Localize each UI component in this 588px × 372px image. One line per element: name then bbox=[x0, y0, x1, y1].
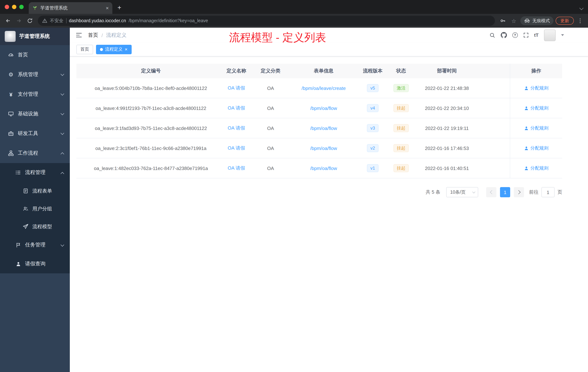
table-row: oa_leave:3:1fad3d93-7b75-11ec-a3c8-acde4… bbox=[76, 118, 562, 138]
pagination: 共 5 条 10条/页 1 前往 页 bbox=[76, 187, 562, 197]
active-dot-icon bbox=[100, 48, 103, 51]
browser-toolbar: 不安全 dashboard.yudao.iocoder.cn /bpm/mana… bbox=[0, 14, 588, 28]
close-window-button[interactable] bbox=[5, 5, 9, 9]
deploy-time: 2022-01-16 17:46:53 bbox=[410, 138, 484, 158]
paper-plane-icon bbox=[22, 224, 28, 230]
definition-name-link[interactable]: OA 请假 bbox=[228, 125, 245, 131]
sidebar-submenu-workflow: 流程管理 流程表单 用户分组 bbox=[0, 163, 70, 273]
font-size-icon[interactable]: tT bbox=[534, 33, 538, 38]
form-link[interactable]: /bpm/oa/flow bbox=[310, 105, 337, 111]
form-link[interactable]: /bpm/oa/flow bbox=[310, 145, 337, 151]
form-link[interactable]: /bpm/oa/flow bbox=[310, 165, 337, 171]
sidebar-item-infra[interactable]: 基础设施 bbox=[0, 104, 70, 124]
breadcrumb: 首页 / 流程定义 bbox=[88, 32, 126, 38]
forward-button[interactable] bbox=[15, 16, 23, 25]
security-warning-label: 不安全 bbox=[50, 18, 63, 24]
address-bar[interactable]: 不安全 dashboard.yudao.iocoder.cn /bpm/mana… bbox=[38, 16, 495, 26]
sidebar-logo-row[interactable]: 芋道管理系统 bbox=[0, 28, 70, 45]
tab-close-icon[interactable]: × bbox=[106, 5, 109, 11]
sidebar-item-label: 流程表单 bbox=[32, 188, 52, 194]
breadcrumb-home[interactable]: 首页 bbox=[88, 32, 98, 38]
assign-rule-link[interactable]: 分配规则 bbox=[524, 105, 548, 111]
sidebar-item-system[interactable]: ⚙ 系统管理 bbox=[0, 65, 70, 85]
main-area: 首页 / 流程定义 ? tT bbox=[70, 28, 588, 372]
filler-cell bbox=[484, 98, 510, 118]
assign-rule-label: 分配规则 bbox=[530, 145, 548, 151]
chevron-up-icon bbox=[61, 152, 64, 156]
definition-category: OA bbox=[247, 158, 294, 178]
sidebar-item-label: 流程管理 bbox=[25, 169, 45, 176]
assign-rule-link[interactable]: 分配规则 bbox=[524, 145, 548, 151]
key-icon[interactable] bbox=[499, 16, 507, 25]
search-icon[interactable] bbox=[489, 32, 495, 38]
url-host: dashboard.yudao.iocoder.cn bbox=[69, 18, 126, 23]
col-definition-id: 定义编号 bbox=[76, 64, 225, 78]
assign-rule-link[interactable]: 分配规则 bbox=[524, 85, 548, 91]
definition-name-link[interactable]: OA 请假 bbox=[228, 145, 245, 152]
browser-menu-icon[interactable]: ⋮ bbox=[576, 17, 584, 24]
sidebar-item-user-group[interactable]: 用户分组 bbox=[0, 200, 70, 218]
pagination-total: 共 5 条 bbox=[426, 189, 440, 196]
chrome-update-button[interactable]: 更新 bbox=[556, 17, 574, 25]
deploy-time: 2022-01-22 20:34:10 bbox=[410, 98, 484, 118]
breadcrumb-separator: / bbox=[101, 32, 103, 38]
toolbox-icon bbox=[8, 131, 14, 136]
sidebar-item-payment[interactable]: ¥ 支付管理 bbox=[0, 85, 70, 104]
definition-name-link[interactable]: OA 请假 bbox=[228, 105, 245, 111]
sidebar-item-task-management[interactable]: 任务管理 bbox=[0, 236, 70, 254]
new-tab-button[interactable]: + bbox=[112, 4, 126, 14]
sidebar-item-process-model[interactable]: 流程模型 bbox=[0, 218, 70, 236]
sidebar-item-label: 研发工具 bbox=[18, 130, 38, 137]
sidebar-item-leave-query[interactable]: 请假查询 bbox=[0, 254, 70, 273]
definition-name-link[interactable]: OA 请假 bbox=[228, 165, 245, 171]
list-icon bbox=[15, 170, 21, 175]
sidebar-item-process-form[interactable]: 流程表单 bbox=[0, 182, 70, 200]
incognito-badge: 无痕模式 bbox=[520, 16, 554, 25]
page-number-button[interactable]: 1 bbox=[500, 187, 510, 197]
chevron-down-icon bbox=[61, 131, 64, 135]
tag-process-definition[interactable]: 流程定义 × bbox=[96, 44, 131, 54]
sidebar-menu: 首页 ⚙ 系统管理 ¥ 支付管理 基础设施 bbox=[0, 45, 70, 273]
col-definition-category: 定义分类 bbox=[247, 64, 294, 78]
tag-close-icon[interactable]: × bbox=[125, 47, 127, 52]
sidebar-item-home[interactable]: 首页 bbox=[0, 45, 70, 65]
sidebar-collapse-icon[interactable] bbox=[76, 33, 82, 38]
browser-tab[interactable]: 芋道管理系统 × bbox=[29, 2, 112, 14]
tag-home[interactable]: 首页 bbox=[76, 44, 93, 54]
form-link[interactable]: /bpm/oa/leave/create bbox=[302, 85, 346, 91]
sidebar-item-process-management[interactable]: 流程管理 bbox=[0, 163, 70, 182]
goto-page-input[interactable] bbox=[541, 187, 555, 197]
avatar[interactable] bbox=[544, 29, 556, 41]
prev-page-button[interactable] bbox=[486, 187, 496, 197]
filler-cell bbox=[484, 118, 510, 138]
zoom-window-button[interactable] bbox=[19, 5, 24, 9]
status-badge: 挂起 bbox=[393, 144, 409, 152]
assign-rule-link[interactable]: 分配规则 bbox=[524, 165, 548, 171]
definition-name-link[interactable]: OA 请假 bbox=[228, 85, 245, 91]
help-icon[interactable]: ? bbox=[512, 33, 518, 38]
yen-icon: ¥ bbox=[8, 91, 14, 97]
dashboard-icon bbox=[8, 52, 14, 58]
tab-search-chevron-icon[interactable] bbox=[579, 6, 584, 10]
page-size-select[interactable]: 10条/页 bbox=[446, 187, 478, 197]
person-icon bbox=[524, 106, 529, 110]
bookmark-star-icon[interactable]: ☆ bbox=[509, 16, 518, 25]
next-page-button[interactable] bbox=[514, 187, 524, 197]
fullscreen-icon[interactable] bbox=[523, 33, 529, 38]
header-actions: ? tT bbox=[489, 28, 564, 43]
avatar-caret-icon[interactable] bbox=[561, 34, 564, 36]
definition-table: 定义编号 定义名称 定义分类 表单信息 流程版本 状态 部署时间 操作 oa_l… bbox=[76, 64, 562, 178]
definition-category: OA bbox=[247, 78, 294, 98]
sidebar-item-label: 支付管理 bbox=[18, 91, 38, 98]
back-button[interactable] bbox=[4, 16, 12, 25]
assign-rule-link[interactable]: 分配规则 bbox=[524, 125, 548, 131]
form-link[interactable]: /bpm/oa/flow bbox=[310, 125, 337, 131]
github-icon[interactable] bbox=[501, 32, 507, 38]
sidebar-item-workflow[interactable]: 工作流程 bbox=[0, 143, 70, 163]
sidebar-item-devtools[interactable]: 研发工具 bbox=[0, 124, 70, 143]
minimize-window-button[interactable] bbox=[12, 5, 16, 9]
sidebar-item-label: 系统管理 bbox=[18, 71, 38, 78]
reload-button[interactable] bbox=[25, 16, 34, 25]
chevron-right-icon bbox=[516, 190, 521, 194]
chevron-down-icon bbox=[61, 92, 64, 96]
